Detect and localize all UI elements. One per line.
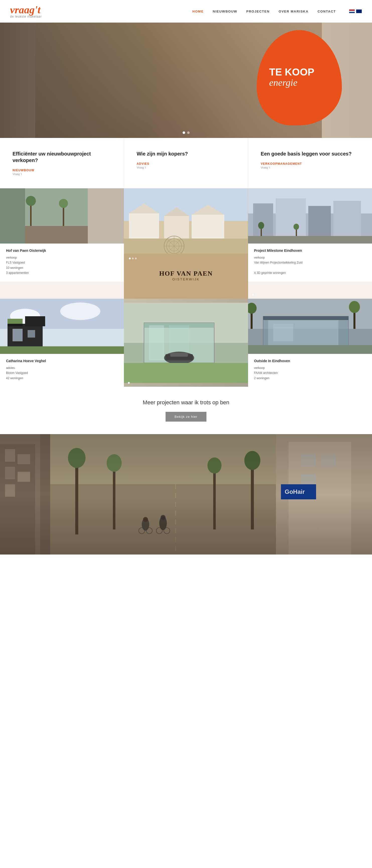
hero-dot-1[interactable] [183, 131, 185, 134]
svg-rect-45 [0, 346, 124, 354]
logo-text[interactable]: vraag't [10, 4, 42, 15]
svg-rect-55 [124, 363, 248, 383]
hofvan-dot-1[interactable] [129, 257, 131, 259]
project-image-catharina [0, 299, 124, 354]
main-nav: HOME NIEUWBOUW PROJECTEN OVER MARISKA CO… [192, 9, 362, 13]
col-nieuwbouw: Efficiënter uw nieuwbouwproject verkopen… [0, 138, 124, 188]
header: vraag't de leukste makelaar HOME NIEUWBO… [0, 0, 372, 23]
svg-rect-29 [333, 201, 361, 239]
svg-rect-66 [248, 345, 372, 354]
project-detail-hofvan: verkoop FLS Vastgoed 10 woningen 3 appar… [6, 255, 118, 276]
milestone-dot-1[interactable] [252, 294, 254, 296]
hero-dot-2[interactable] [187, 131, 190, 134]
project-detail1-milestone: Van Wijnen Projectontwikkeling Zuid [254, 261, 303, 264]
project-card-milestone-details: Project Milestone Eindhoven verkoop Van … [248, 244, 372, 282]
col-verkoopmanagement-link-sub: Vraag 't [260, 166, 360, 169]
project-title-outside: Outside In Eindhoven [254, 359, 366, 363]
project-card-outside-details: Outside In Eindhoven verkoop FAAM archit… [248, 354, 372, 387]
milestone-dots [252, 294, 254, 296]
svg-rect-44 [28, 330, 35, 338]
project-card-catharina-details: Catharina Hoeve Veghel advies Bloom Vast… [0, 354, 124, 387]
svg-rect-42 [7, 319, 23, 324]
hofvan-dots [129, 257, 243, 259]
svg-rect-2 [88, 188, 124, 244]
projects-grid: Hof van Paen Oisterwijk verkoop FLS Vast… [0, 188, 372, 387]
project-card-hofvan-details: Hof van Paen Oisterwijk verkoop FLS Vast… [0, 244, 124, 282]
outside-dots [252, 382, 254, 384]
glass-dots [128, 382, 130, 384]
project-card-glass[interactable] [124, 299, 248, 387]
project-detail3-hofvan: 3 appartementen [6, 271, 29, 275]
svg-point-65 [349, 301, 360, 313]
svg-rect-16 [124, 239, 248, 253]
flag-en[interactable] [356, 9, 362, 13]
col-advies-heading: Wie zijn mijn kopers? [137, 151, 236, 157]
project-type-hofvan: verkoop [6, 256, 17, 259]
project-card-outside[interactable]: Outside In Eindhoven verkoop FAAM archit… [248, 299, 372, 387]
project-detail2-catharina: 42 woningen [6, 376, 23, 380]
nav-home[interactable]: HOME [192, 9, 204, 13]
hero-dots [183, 131, 190, 134]
svg-rect-34 [248, 236, 372, 244]
logo: vraag't de leukste makelaar [10, 4, 42, 18]
hofvan-featured-subtitle: OISTERWIJK [126, 277, 245, 281]
svg-rect-41 [25, 316, 45, 326]
hero-section: TE KOOP energie [0, 23, 372, 138]
svg-rect-1 [0, 188, 25, 244]
project-detail-outside: verkoop FAAM architecten 2 woningen [254, 365, 366, 381]
catharina-dots [4, 382, 6, 384]
hofvan-bottom-area [124, 253, 248, 264]
col-advies-link-sub: Vraag 't [137, 166, 236, 169]
hofvan-dot-3[interactable] [135, 257, 137, 259]
col-nieuwbouw-link-sub: Vraag 't [12, 173, 112, 176]
catharina-dot-1[interactable] [4, 382, 6, 384]
hero-badge-top: TE KOOP [269, 67, 314, 77]
project-card-milestone[interactable]: Project Milestone Eindhoven verkoop Van … [248, 188, 372, 299]
col-advies-link-label[interactable]: ADVIES [137, 162, 236, 165]
svg-point-7 [59, 199, 68, 208]
hofvan-dot-2[interactable] [132, 257, 134, 259]
more-projects-section: Meer projecten waar ik trots op ben Beki… [0, 387, 372, 434]
hofvan-featured-title: HOF VAN PAEN [126, 270, 245, 277]
svg-rect-12 [164, 216, 189, 239]
hero-badge-bottom: energie [269, 77, 298, 89]
project-detail-catharina: advies Bloom Vastgoed 42 woningen [6, 365, 118, 381]
bekijk-button[interactable]: Bekijk ze hier [165, 412, 207, 422]
svg-rect-59 [263, 316, 348, 320]
three-columns-section: Efficiënter uw nieuwbouwproject verkopen… [0, 138, 372, 188]
svg-rect-61 [273, 324, 293, 341]
hofvan-featured-image [124, 188, 248, 253]
svg-rect-27 [276, 198, 306, 239]
project-type-catharina: advies [6, 366, 15, 370]
project-title-hofvan: Hof van Paen Oisterwijk [6, 249, 118, 253]
project-card-hofvan-info[interactable]: Hof van Paen Oisterwijk verkoop FLS Vast… [0, 188, 124, 299]
bottom-hero-section: GoHair [0, 434, 372, 555]
svg-rect-26 [253, 204, 273, 239]
col-nieuwbouw-heading: Efficiënter uw nieuwbouwproject verkopen… [12, 151, 112, 163]
project-card-catharina[interactable]: Catharina Hoeve Veghel advies Bloom Vast… [0, 299, 124, 387]
more-projects-title: Meer projecten waar ik trots op ben [5, 399, 367, 406]
svg-point-33 [293, 224, 299, 230]
glass-dot-1[interactable] [128, 382, 130, 384]
project-detail2-milestone: 4 3D geprinte woningen [254, 271, 286, 275]
nav-contact[interactable]: CONTACT [317, 9, 336, 13]
nav-over-mariska[interactable]: OVER MARISKA [279, 9, 309, 13]
nav-nieuwbouw[interactable]: NIEUWBOUW [213, 9, 237, 13]
project-image-hofvan-info [0, 188, 124, 244]
nav-projecten[interactable]: PROJECTEN [246, 9, 270, 13]
project-title-milestone: Project Milestone Eindhoven [254, 249, 366, 253]
project-image-milestone [248, 188, 372, 244]
project-detail2-hofvan: 10 woningen [6, 266, 23, 270]
col-nieuwbouw-link-label[interactable]: NIEUWBOUW [12, 168, 112, 172]
project-title-catharina: Catharina Hoeve Veghel [6, 359, 118, 363]
col-verkoopmanagement-link-label[interactable]: VERKOOPMANAGEMENT [260, 162, 360, 165]
svg-rect-14 [192, 215, 224, 239]
project-card-hofvan-featured[interactable]: HOF VAN PAEN OISTERWIJK [124, 188, 248, 299]
svg-rect-10 [129, 213, 159, 239]
project-detail1-hofvan: FLS Vastgoed [6, 261, 25, 264]
project-detail2-outside: 2 woningen [254, 376, 270, 380]
hofvan-text-overlay: HOF VAN PAEN OISTERWIJK [124, 267, 248, 284]
project-image-glass [124, 299, 248, 387]
outside-dot-1[interactable] [252, 382, 254, 384]
flag-nl[interactable] [349, 9, 355, 13]
